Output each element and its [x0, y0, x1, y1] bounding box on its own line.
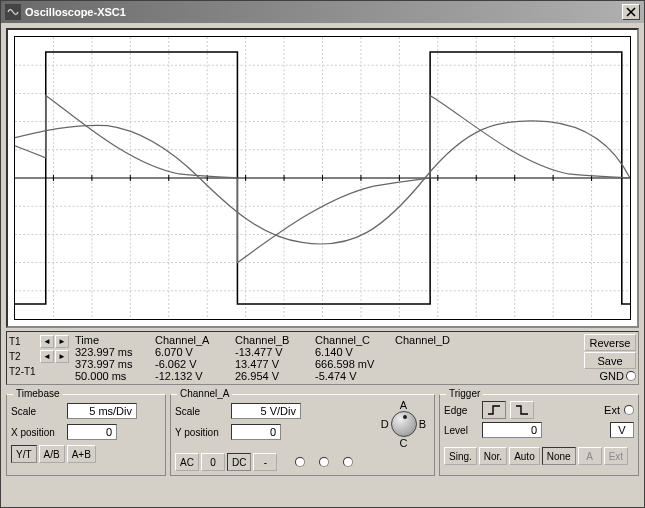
tb-xpos-label: X position	[11, 427, 63, 438]
aplusb-button[interactable]: A+B	[67, 445, 96, 463]
dc-button[interactable]: DC	[227, 453, 251, 471]
ch-scale-input[interactable]: 5 V/Div	[231, 403, 301, 419]
diff-time: 50.000 ms	[73, 370, 153, 382]
hdr-chb: Channel_B	[233, 334, 313, 346]
ch-scale-label: Scale	[175, 406, 227, 417]
sing-button[interactable]: Sing.	[444, 447, 477, 465]
zero-button[interactable]: 0	[201, 453, 225, 471]
hdr-chc: Channel_C	[313, 334, 393, 346]
t2-chc: 666.598 mV	[313, 358, 393, 370]
cursor-controls: T1 ◄ ► T2 ◄ ► T2-T1	[9, 334, 69, 382]
waveform-display	[15, 37, 630, 319]
trigger-group: Trigger Edge Ext Level 0	[439, 394, 639, 476]
tb-scale-label: Scale	[11, 406, 63, 417]
t1-chc: 6.140 V	[313, 346, 393, 358]
rising-edge-icon	[487, 405, 501, 415]
cursor-t1-label: T1	[9, 336, 39, 347]
t2-left-icon[interactable]: ◄	[40, 350, 54, 363]
scope-screen[interactable]	[14, 36, 631, 320]
dial-c-label: C	[399, 437, 407, 449]
scope-screen-frame	[6, 28, 639, 328]
trig-a-button[interactable]: A	[578, 447, 602, 465]
dial-a-label: A	[400, 399, 407, 411]
t2-chd	[393, 358, 473, 370]
reverse-button[interactable]: Reverse	[584, 334, 636, 351]
ac-button[interactable]: AC	[175, 453, 199, 471]
tb-xpos-input[interactable]: 0	[67, 424, 117, 440]
t2-chb: 13.477 V	[233, 358, 313, 370]
save-button[interactable]: Save	[584, 352, 636, 369]
cursor-t2-label: T2	[9, 351, 39, 362]
hdr-chd: Channel_D	[393, 334, 473, 346]
t1-cha: 6.070 V	[153, 346, 233, 358]
trig-ext-button[interactable]: Ext	[604, 447, 628, 465]
dial-b-label: B	[419, 418, 426, 430]
app-icon	[5, 4, 21, 20]
level-unit-input[interactable]: V	[610, 422, 634, 438]
edge-rising-button[interactable]	[482, 401, 506, 419]
readout-table: Time Channel_A Channel_B Channel_C Chann…	[73, 334, 580, 382]
t2-right-icon[interactable]: ►	[55, 350, 69, 363]
hdr-time: Time	[73, 334, 153, 346]
yt-button[interactable]: Y/T	[11, 445, 37, 463]
edge-label: Edge	[444, 405, 478, 416]
nor-button[interactable]: Nor.	[479, 447, 507, 465]
level-label: Level	[444, 425, 478, 436]
ch-radio-3[interactable]	[343, 457, 353, 467]
readout-side-buttons: Reverse Save GND	[584, 334, 636, 382]
readout-panel: T1 ◄ ► T2 ◄ ► T2-T1 Time Channel_A Chann…	[6, 331, 639, 385]
content-area: T1 ◄ ► T2 ◄ ► T2-T1 Time Channel_A Chann…	[1, 23, 644, 507]
dial-d-label: D	[381, 418, 389, 430]
ext-radio[interactable]	[624, 405, 634, 415]
timebase-group: Timebase Scale 5 ms/Div X position 0 Y/T…	[6, 394, 166, 476]
channel-selector-dial[interactable]	[391, 411, 417, 437]
diff-chc: -5.474 V	[313, 370, 393, 382]
tb-scale-input[interactable]: 5 ms/Div	[67, 403, 137, 419]
ab-button[interactable]: A/B	[39, 445, 65, 463]
diff-chd	[393, 370, 473, 382]
trigger-title: Trigger	[446, 388, 483, 399]
t2-time: 373.997 ms	[73, 358, 153, 370]
edge-falling-button[interactable]	[510, 401, 534, 419]
hdr-cha: Channel_A	[153, 334, 233, 346]
invert-button[interactable]: -	[253, 453, 277, 471]
none-button[interactable]: None	[542, 447, 576, 465]
diff-cha: -12.132 V	[153, 370, 233, 382]
t1-time: 323.997 ms	[73, 346, 153, 358]
oscilloscope-window: Oscilloscope-XSC1	[0, 0, 645, 508]
ch-radio-2[interactable]	[319, 457, 329, 467]
control-panel: Timebase Scale 5 ms/Div X position 0 Y/T…	[6, 388, 639, 476]
ch-ypos-label: Y position	[175, 427, 227, 438]
ch-radio-1[interactable]	[295, 457, 305, 467]
t1-left-icon[interactable]: ◄	[40, 335, 54, 348]
t1-chd	[393, 346, 473, 358]
channel-title: Channel_A	[177, 388, 232, 399]
falling-edge-icon	[515, 405, 529, 415]
cursor-diff-label: T2-T1	[9, 366, 39, 377]
t2-cha: -6.062 V	[153, 358, 233, 370]
window-title: Oscilloscope-XSC1	[25, 6, 622, 18]
titlebar: Oscilloscope-XSC1	[1, 1, 644, 23]
level-input[interactable]: 0	[482, 422, 542, 438]
gnd-label: GND	[600, 370, 624, 382]
t1-chb: -13.477 V	[233, 346, 313, 358]
channel-dial-wrap: A D B C	[381, 399, 426, 449]
diff-chb: 26.954 V	[233, 370, 313, 382]
t1-right-icon[interactable]: ►	[55, 335, 69, 348]
channel-group: Channel_A Scale 5 V/Div Y position 0	[170, 394, 435, 476]
timebase-title: Timebase	[13, 388, 63, 399]
auto-button[interactable]: Auto	[509, 447, 540, 465]
gnd-radio[interactable]	[626, 371, 636, 381]
close-icon[interactable]	[622, 4, 640, 20]
ext-label: Ext	[604, 404, 620, 416]
ch-ypos-input[interactable]: 0	[231, 424, 281, 440]
